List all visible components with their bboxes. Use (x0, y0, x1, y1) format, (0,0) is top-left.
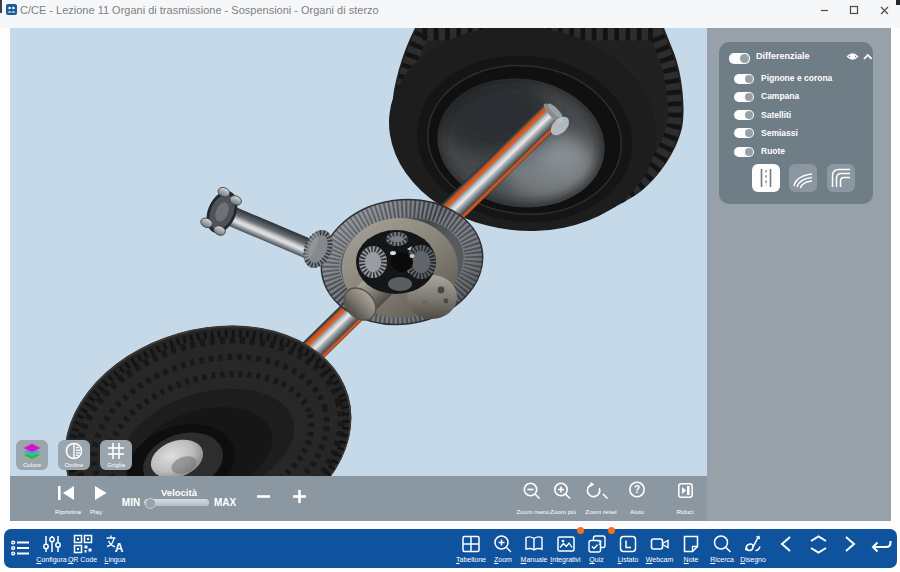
svg-text:?: ? (634, 484, 640, 495)
svg-text:A: A (115, 541, 124, 554)
svg-text:?: ? (597, 538, 602, 547)
